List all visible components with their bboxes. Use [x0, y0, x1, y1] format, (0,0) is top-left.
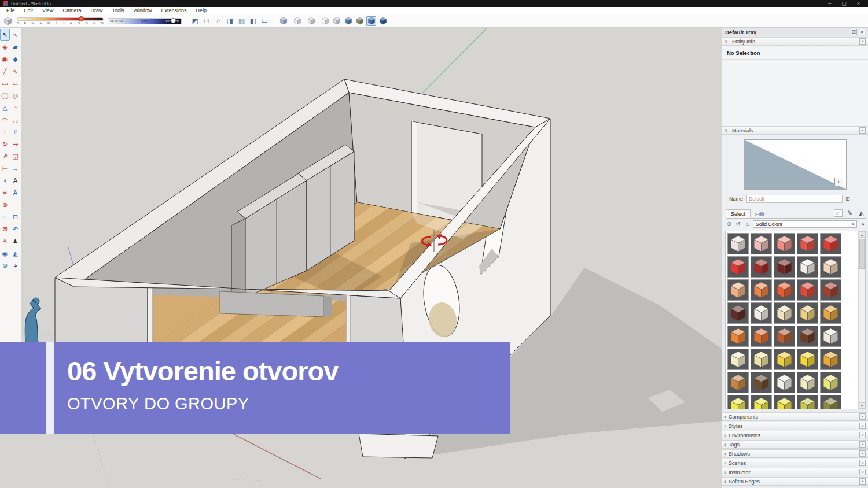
scrollbar-thumb[interactable]: [859, 239, 865, 269]
look-around-tool[interactable]: ◉: [0, 247, 10, 260]
previous-tool[interactable]: ↶: [10, 223, 20, 235]
polygon-tool[interactable]: △: [0, 102, 10, 114]
materials-header[interactable]: ∨ Materials ×: [722, 126, 868, 135]
scroll-up-icon[interactable]: ▴: [859, 231, 865, 238]
menu-file[interactable]: File: [2, 8, 20, 13]
material-name-input[interactable]: Default: [746, 195, 843, 203]
section-soften-edges[interactable]: ›Soften Edges×: [722, 477, 868, 486]
front-view-icon[interactable]: ⌂: [214, 16, 223, 26]
paint-bucket-tool[interactable]: ◉: [0, 53, 10, 65]
tray-pin-icon[interactable]: ◫: [851, 29, 857, 35]
copy-material-icon[interactable]: ⊞: [845, 196, 850, 202]
arc-tool[interactable]: ◠: [0, 114, 10, 126]
material-swatch[interactable]: [797, 372, 818, 393]
menu-extensions[interactable]: Extensions: [156, 8, 191, 13]
tray-close-icon[interactable]: ×: [859, 29, 865, 35]
material-swatch[interactable]: [797, 233, 818, 254]
close-button[interactable]: ×: [857, 1, 860, 6]
material-swatch[interactable]: [797, 395, 818, 409]
material-swatch[interactable]: [820, 395, 841, 409]
material-swatch[interactable]: [727, 372, 749, 393]
section-scenes[interactable]: ›Scenes×: [722, 459, 868, 467]
zoom-window-tool[interactable]: ⊡: [10, 211, 20, 223]
material-swatch[interactable]: [751, 233, 772, 254]
material-swatch[interactable]: [751, 395, 772, 409]
section-close-icon[interactable]: ×: [859, 460, 866, 466]
shaded-with-textures-icon[interactable]: [343, 16, 353, 26]
offset-tool[interactable]: ◱: [10, 150, 20, 162]
material-swatch[interactable]: [797, 279, 818, 301]
lasso-tool[interactable]: ∿: [10, 29, 20, 41]
material-swatch[interactable]: [727, 302, 749, 324]
create-material-button[interactable]: +: [834, 178, 843, 186]
ellipse-tool[interactable]: ◎: [10, 90, 20, 102]
axes-tool[interactable]: ∗: [0, 187, 10, 199]
details-icon[interactable]: ◑: [859, 221, 866, 227]
material-swatch[interactable]: [751, 326, 772, 347]
material-swatch[interactable]: [797, 326, 818, 347]
material-swatch[interactable]: [820, 302, 841, 324]
section-plane-tool[interactable]: ◭: [10, 247, 20, 260]
material-swatch[interactable]: [774, 256, 795, 278]
shadow-date-slider[interactable]: JFMAMJJASOND: [17, 17, 104, 25]
material-swatch[interactable]: [727, 326, 749, 347]
shadows-toggle-icon[interactable]: [3, 16, 13, 26]
scale-tool[interactable]: ⇗: [0, 150, 10, 162]
section-components[interactable]: ›Components×: [722, 412, 868, 421]
material-swatch[interactable]: [820, 279, 841, 301]
tape-measure-tool[interactable]: ⊢: [0, 162, 10, 175]
materials-scrollbar[interactable]: ▴ ▾: [858, 231, 865, 409]
shaded-icon[interactable]: [332, 16, 341, 26]
add-collection-icon[interactable]: ⊕: [725, 221, 733, 227]
material-swatch[interactable]: [774, 302, 795, 324]
menu-draw[interactable]: Draw: [86, 8, 107, 13]
line-tool[interactable]: ╱: [0, 65, 10, 77]
section-close-icon[interactable]: ×: [859, 413, 866, 420]
material-swatch[interactable]: [797, 256, 818, 278]
freehand-tool[interactable]: ∿: [10, 65, 20, 77]
material-swatch[interactable]: [820, 349, 841, 370]
top-view-icon[interactable]: ⊡: [202, 16, 212, 26]
move-tool[interactable]: +: [0, 126, 10, 138]
menu-help[interactable]: Help: [191, 8, 211, 13]
material-swatch[interactable]: [774, 279, 795, 301]
scroll-down-icon[interactable]: ▾: [859, 402, 865, 409]
dimension-tool[interactable]: ↔: [10, 162, 20, 175]
3d-text-tool[interactable]: A: [10, 187, 20, 199]
pie-tool[interactable]: ◔: [10, 102, 20, 114]
shadow-time-slider[interactable]: 06:43 AM Noon 04:45 PM: [108, 18, 182, 24]
monochrome-icon[interactable]: [355, 16, 365, 26]
iso-view-icon[interactable]: ◩: [190, 16, 200, 26]
pan-tool[interactable]: ≡: [10, 199, 20, 211]
material-swatch[interactable]: [820, 326, 841, 347]
rectangle-tool[interactable]: ▭: [0, 77, 10, 90]
protractor-tool[interactable]: ◖: [0, 175, 10, 187]
paint-bucket-icon[interactable]: ◭: [857, 209, 866, 217]
material-swatch[interactable]: [727, 279, 749, 301]
push-pull-tool[interactable]: ⇧: [10, 126, 20, 138]
section-instructor[interactable]: ›Instructor×: [722, 468, 868, 476]
time-slider-handle[interactable]: [171, 18, 176, 23]
menu-camera[interactable]: Camera: [58, 8, 86, 13]
menu-view[interactable]: View: [38, 8, 58, 13]
orbit-tool[interactable]: ⊚: [0, 199, 10, 211]
material-swatch[interactable]: [751, 279, 772, 301]
material-swatch[interactable]: [727, 233, 749, 254]
eyedropper-icon[interactable]: ✎: [845, 209, 854, 217]
section-shadows[interactable]: ›Shadows×: [722, 449, 868, 458]
maximize-button[interactable]: ▢: [841, 1, 847, 6]
modeling-viewport[interactable]: ↖∿◈▰◉◆╱∿▭▱◯◎△◔◠◡+⇧↻⇝⇗◱⊢↔◖A∗A⊚≡◌⊡⊠↶♙♟◉◭⊛◕…: [0, 28, 722, 488]
shapes-tool[interactable]: ◆: [10, 53, 20, 65]
material-swatch[interactable]: [820, 256, 841, 278]
zoom-tool[interactable]: ◌: [0, 211, 10, 223]
soften-edges-tool-tool[interactable]: ⊛: [0, 260, 10, 272]
section-tags[interactable]: ›Tags×: [722, 440, 868, 449]
section-close-icon[interactable]: ×: [859, 478, 866, 485]
material-swatch[interactable]: [774, 326, 795, 347]
collection-dropdown[interactable]: Solid Colors ▾: [753, 220, 857, 228]
materials-close-icon[interactable]: ×: [859, 127, 866, 134]
tab-select[interactable]: Select: [726, 209, 751, 218]
shaded-view-tool-tool[interactable]: ◕: [10, 260, 20, 272]
section-close-icon[interactable]: ×: [859, 423, 866, 429]
walk-tool[interactable]: ♟: [10, 235, 20, 247]
